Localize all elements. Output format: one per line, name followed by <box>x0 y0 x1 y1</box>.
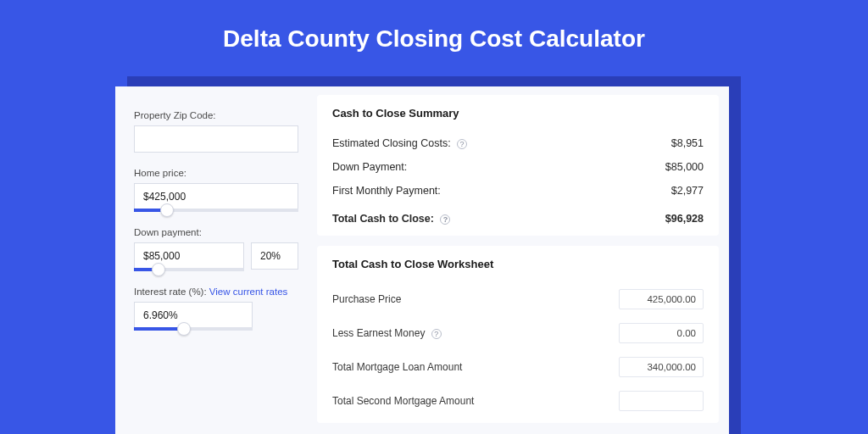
home-price-input[interactable] <box>134 183 298 210</box>
home-price-label: Home price: <box>134 168 298 178</box>
worksheet-row: Total Second Mortgage Amount <box>332 384 704 418</box>
home-price-field: Home price: <box>134 168 298 212</box>
summary-title: Cash to Close Summary <box>332 107 704 120</box>
calculator-panel: Property Zip Code: Home price: Down paym… <box>115 86 729 434</box>
worksheet-title: Total Cash to Close Worksheet <box>332 258 704 270</box>
worksheet-row-label: Less Earnest Money ? <box>332 327 442 339</box>
summary-total-label-text: Total Cash to Close: <box>332 213 434 225</box>
interest-rate-label-text: Interest rate (%): <box>134 287 209 297</box>
page-title: Delta County Closing Cost Calculator <box>0 0 868 73</box>
summary-row-value: $85,000 <box>665 161 704 173</box>
worksheet-row: Less Earnest Money ? <box>332 316 704 350</box>
help-icon[interactable]: ? <box>431 329 442 339</box>
worksheet-input[interactable] <box>619 357 704 377</box>
worksheet-input[interactable] <box>619 391 704 411</box>
summary-row-value: $2,977 <box>671 185 704 197</box>
inputs-column: Property Zip Code: Home price: Down paym… <box>115 86 317 434</box>
worksheet-card: Total Cash to Close Worksheet Purchase P… <box>317 246 719 423</box>
view-current-rates-link[interactable]: View current rates <box>209 287 287 297</box>
summary-row: First Monthly Payment: $2,977 <box>332 179 704 203</box>
down-payment-label: Down payment: <box>134 227 298 237</box>
down-payment-slider-thumb[interactable] <box>152 263 165 276</box>
interest-rate-slider-thumb[interactable] <box>177 322 191 336</box>
worksheet-input[interactable] <box>619 323 704 343</box>
interest-rate-field: Interest rate (%): View current rates <box>134 287 298 331</box>
summary-total-value: $96,928 <box>665 213 704 225</box>
down-payment-slider[interactable] <box>134 268 244 271</box>
summary-row-value: $8,951 <box>671 137 704 149</box>
summary-row-label-text: Down Payment: <box>332 161 407 173</box>
worksheet-row: Purchase Price <box>332 282 704 316</box>
zip-input[interactable] <box>134 125 298 153</box>
down-payment-pct-input[interactable] <box>251 242 298 270</box>
worksheet-row: Total Mortgage Loan Amount <box>332 350 704 384</box>
zip-field: Property Zip Code: <box>134 110 298 153</box>
help-icon[interactable]: ? <box>440 214 450 225</box>
summary-row-label-text: First Monthly Payment: <box>332 185 441 197</box>
summary-row-label: Estimated Closing Costs: ? <box>332 137 467 149</box>
worksheet-input[interactable] <box>619 289 704 309</box>
summary-total-row: Total Cash to Close: ? $96,928 <box>332 203 704 231</box>
summary-card: Cash to Close Summary Estimated Closing … <box>317 95 719 236</box>
worksheet-row-label-text: Less Earnest Money <box>332 327 425 339</box>
help-icon[interactable]: ? <box>457 139 467 149</box>
down-payment-field: Down payment: <box>134 227 298 271</box>
summary-row: Down Payment: $85,000 <box>332 155 704 179</box>
summary-row-label-text: Estimated Closing Costs: <box>332 137 451 149</box>
interest-rate-slider[interactable] <box>134 327 253 331</box>
worksheet-row-label: Total Mortgage Loan Amount <box>332 361 462 373</box>
home-price-slider[interactable] <box>134 209 298 212</box>
interest-rate-label: Interest rate (%): View current rates <box>134 287 298 297</box>
worksheet-row-label: Total Second Mortgage Amount <box>332 395 474 407</box>
down-payment-input[interactable] <box>134 242 244 270</box>
results-column: Cash to Close Summary Estimated Closing … <box>317 86 729 434</box>
interest-rate-input[interactable] <box>134 302 253 329</box>
zip-label: Property Zip Code: <box>134 110 298 120</box>
summary-total-label: Total Cash to Close: ? <box>332 213 450 225</box>
home-price-slider-thumb[interactable] <box>160 203 174 217</box>
worksheet-row-label: Purchase Price <box>332 293 401 305</box>
summary-row: Estimated Closing Costs: ? $8,951 <box>332 131 704 155</box>
